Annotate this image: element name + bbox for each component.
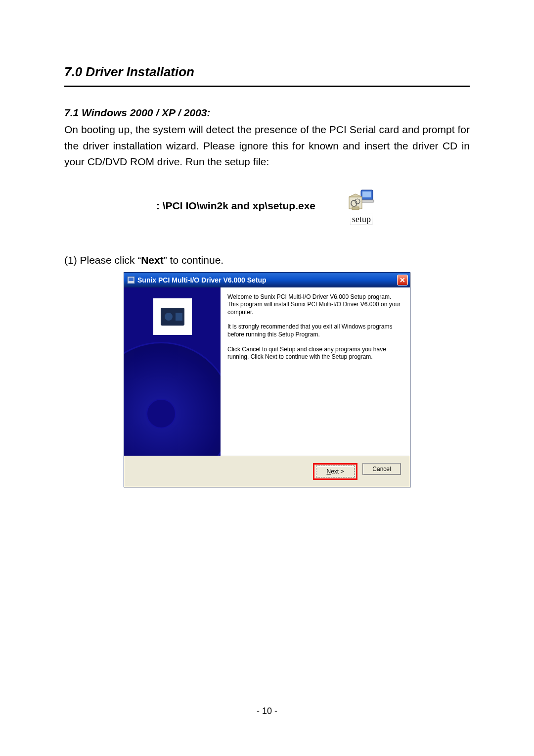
svg-rect-8 (129, 278, 134, 281)
instruction-step-1: (1) Please click “Next” to continue. (64, 254, 470, 266)
product-image (153, 298, 192, 335)
dialog-text-area: Welcome to Sunix PCI Multi-I/O Driver V6… (221, 287, 410, 456)
next-button[interactable]: Next > (316, 466, 355, 477)
installer-dialog: Sunix PCI Multi-I/O Driver V6.000 Setup … (124, 272, 410, 487)
instruction-prefix: (1) Please click “ (64, 254, 141, 266)
setup-exe-icon: setup (345, 185, 378, 227)
cancel-button[interactable]: Cancel (362, 463, 401, 475)
instruction-suffix: ” to continue. (164, 254, 223, 266)
dialog-paragraph-1: Welcome to Sunix PCI Multi-I/O Driver V6… (227, 293, 403, 317)
next-label-rest: ext > (331, 468, 344, 475)
dialog-titlebar: Sunix PCI Multi-I/O Driver V6.000 Setup … (124, 273, 410, 287)
setup-path-text: : \PCI IO\win2k and xp\setup.exe (156, 200, 315, 212)
installer-icon (347, 187, 376, 213)
body-paragraph: On booting up, the system will detect th… (64, 122, 470, 170)
setup-icon-label: setup (350, 214, 373, 225)
app-icon (127, 276, 135, 284)
svg-rect-1 (362, 191, 371, 197)
dialog-footer: Next > Cancel (124, 456, 410, 487)
dialog-sidebar-graphic (124, 287, 221, 456)
svg-rect-11 (176, 313, 182, 321)
next-button-highlight: Next > (313, 463, 357, 480)
dialog-title: Sunix PCI Multi-I/O Driver V6.000 Setup (137, 276, 397, 284)
next-mnemonic: N (326, 468, 331, 475)
heading-rule (64, 86, 470, 87)
dialog-paragraph-2: It is strongly recommended that you exit… (227, 323, 403, 338)
setup-file-row: : \PCI IO\win2k and xp\setup.exe setup (64, 185, 470, 227)
dialog-paragraph-3: Click Cancel to quit Setup and close any… (227, 346, 403, 361)
close-button[interactable]: ✕ (397, 275, 408, 285)
cd-icon (124, 342, 221, 456)
svg-rect-4 (352, 207, 359, 210)
svg-point-10 (165, 313, 173, 321)
section-heading: 7.0 Driver Installation (64, 64, 470, 80)
instruction-bold: Next (141, 254, 164, 266)
page-number: - 10 - (0, 706, 534, 716)
dialog-body: Welcome to Sunix PCI Multi-I/O Driver V6… (124, 287, 410, 456)
subsection-heading: 7.1 Windows 2000 / XP / 2003: (64, 107, 470, 119)
